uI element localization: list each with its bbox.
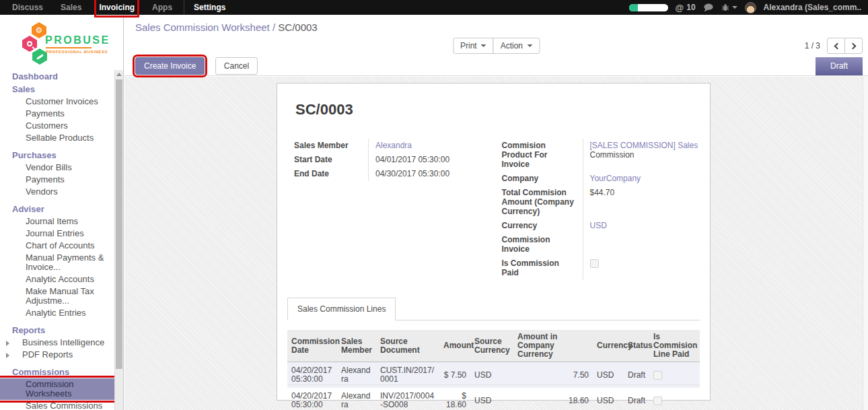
sidebar-scrollbar[interactable] [114, 70, 123, 410]
chevron-down-icon [527, 44, 532, 47]
nav-settings[interactable]: Settings [184, 0, 227, 15]
sidebar-item-manual-payments[interactable]: Manual Payments & Invoice... [0, 252, 114, 273]
brand-tagline: PROFESSIONAL BUSINESS [46, 50, 108, 54]
sidebar-scrollbar-thumb[interactable] [116, 79, 122, 369]
sidebar-header-sales[interactable]: Sales [0, 83, 114, 96]
form-sheet: SC/0003 Sales Member Alexandra Start Dat… [277, 83, 711, 401]
notebook-tabs: Sales Commission Lines [287, 298, 700, 320]
field-label: Currency [502, 219, 583, 233]
messages-icon[interactable] [703, 3, 714, 12]
magnifier-hexagon-icon [22, 36, 37, 52]
nav-invoicing[interactable]: Invoicing [97, 0, 137, 15]
field-groups: Sales Member Alexandra Start Date 04/01/… [294, 139, 700, 280]
col-header: Commission Date [287, 330, 337, 362]
sidebar-item-pdf-reports[interactable]: PDF Reports [0, 349, 114, 361]
tools-hexagon-icon [32, 48, 47, 65]
commission-product-link[interactable]: [SALES COMMISSION] Sales [590, 141, 698, 150]
status-bar: Create Invoice Cancel Draft [124, 57, 868, 75]
pager-previous-button[interactable] [827, 38, 845, 54]
sidebar-menu: Dashboard Sales Customer Invoices Paymen… [0, 70, 114, 410]
sidebar-item-business-intelligence[interactable]: Business Intelligence [0, 337, 114, 349]
field-label: Total Commision Amount (Company Currency… [502, 186, 583, 219]
col-header: Amount in Company Currency [513, 330, 593, 362]
print-label: Print [460, 41, 477, 50]
sidebar: ⚙ PROBUSE PROFESSIONAL BUSINESS Dashboar… [0, 15, 124, 410]
pager-counter: 1 / 3 [805, 41, 820, 50]
cancel-button[interactable]: Cancel [215, 57, 258, 75]
cell-amount-company: 18.60 [513, 388, 593, 410]
sidebar-item-manual-tax-adjustments[interactable]: Make Manual Tax Adjustme... [0, 285, 114, 307]
breadcrumb-parent-link[interactable]: Sales Commission Worksheet [135, 22, 270, 33]
record-title: SC/0003 [295, 101, 700, 118]
is-commission-paid-checkbox[interactable] [590, 259, 599, 268]
action-label: Action [501, 41, 523, 50]
sidebar-header-commissions[interactable]: Commissions [0, 366, 114, 378]
field-label: End Date [294, 167, 368, 181]
bug-icon [721, 3, 729, 11]
scrollbar-up-arrow-icon[interactable] [115, 70, 123, 79]
chevron-left-icon [834, 42, 840, 49]
sidebar-header-purchases[interactable]: Purchases [0, 149, 114, 162]
field-label: Is Commission Paid [502, 257, 583, 280]
form-view-background: SC/0003 Sales Member Alexandra Start Dat… [124, 77, 863, 410]
recording-indicator-pill [629, 4, 668, 11]
print-action-group: Print Action [453, 38, 540, 54]
tab-sales-commission-lines[interactable]: Sales Commission Lines [287, 298, 396, 320]
action-button[interactable]: Action [493, 38, 540, 54]
status-badge-draft[interactable]: Draft [816, 57, 863, 75]
avatar[interactable] [745, 2, 756, 13]
sidebar-item-payments-2[interactable]: Payments [0, 174, 114, 186]
currency-link[interactable]: USD [590, 221, 607, 230]
nav-sales[interactable]: Sales [59, 0, 83, 15]
sheet-bottom-divider [287, 384, 700, 385]
sidebar-item-vendors[interactable]: Vendors [0, 186, 114, 198]
sidebar-item-analytic-entries[interactable]: Analytic Entries [0, 307, 114, 319]
top-nav-bar: Discuss Sales Invoicing Apps Settings @ … [0, 0, 868, 15]
sidebar-item-sales-commissions-lines[interactable]: Sales Commissions Lines [0, 400, 114, 410]
cell-amount: $ 18.60 [439, 388, 470, 410]
sidebar-header-adviser[interactable]: Adviser [0, 203, 114, 215]
sidebar-item-chart-of-accounts[interactable]: Chart of Accounts [0, 240, 114, 252]
sidebar-item-journal-entries[interactable]: Journal Entries [0, 228, 114, 240]
line-paid-checkbox[interactable] [653, 371, 662, 380]
sidebar-item-sellable-products[interactable]: Sellable Products [0, 132, 114, 144]
field-label: Commision Product For Invoice [502, 139, 583, 172]
print-button[interactable]: Print [453, 38, 494, 54]
sales-member-link[interactable]: Alexandra [375, 141, 412, 150]
main-area: Sales Commission Worksheet / SC/0003 Pri… [124, 15, 868, 410]
commission-line-row[interactable]: 04/20/2017 05:30:00 Alexandra INV/2017/0… [287, 388, 700, 410]
line-paid-checkbox[interactable] [653, 397, 662, 405]
odoo-screen: Discuss Sales Invoicing Apps Settings @ … [0, 0, 868, 410]
sidebar-item-commission-worksheets[interactable]: Commission Worksheets [0, 378, 114, 400]
company-link[interactable]: YourCompany [590, 174, 641, 183]
sidebar-item-analytic-accounts[interactable]: Analytic Accounts [0, 273, 114, 285]
col-header: Is Commision Line Paid [649, 330, 700, 362]
sidebar-item-customers[interactable]: Customers [0, 120, 114, 132]
commission-invoice-value [583, 233, 700, 257]
user-menu[interactable]: Alexandra (Sales_comm.. [764, 3, 861, 12]
col-header: Sales Member [337, 330, 376, 362]
create-invoice-button[interactable]: Create Invoice [135, 57, 205, 75]
nav-discuss[interactable]: Discuss [10, 0, 45, 15]
col-header: Amount [439, 330, 470, 362]
sidebar-item-dashboard[interactable]: Dashboard [0, 70, 114, 83]
sidebar-item-vendor-bills[interactable]: Vendor Bills [0, 162, 114, 174]
brand-name: PROBUSE [45, 34, 110, 46]
brand-underline [46, 47, 92, 48]
total-commission-amount-value: $44.70 [583, 186, 700, 219]
col-header: Source Currency [470, 330, 513, 362]
nav-apps[interactable]: Apps [150, 0, 174, 15]
field-label: Start Date [294, 153, 368, 167]
pager-next-button[interactable] [844, 38, 863, 54]
cell-source: INV/2017/0004-SO008 [376, 388, 439, 410]
sidebar-item-customer-invoices[interactable]: Customer Invoices [0, 96, 114, 108]
field-label: Company [502, 172, 583, 186]
debug-menu[interactable] [721, 3, 737, 11]
field-label: Commission Invoice [502, 233, 583, 257]
sidebar-item-journal-items[interactable]: Journal Items [0, 215, 114, 228]
sidebar-item-payments[interactable]: Payments [0, 108, 114, 120]
sidebar-header-reports[interactable]: Reports [0, 324, 114, 337]
cell-source-currency: USD [470, 388, 513, 410]
chevron-down-icon [732, 6, 737, 9]
mentions-counter[interactable]: @ 10 [676, 3, 696, 13]
